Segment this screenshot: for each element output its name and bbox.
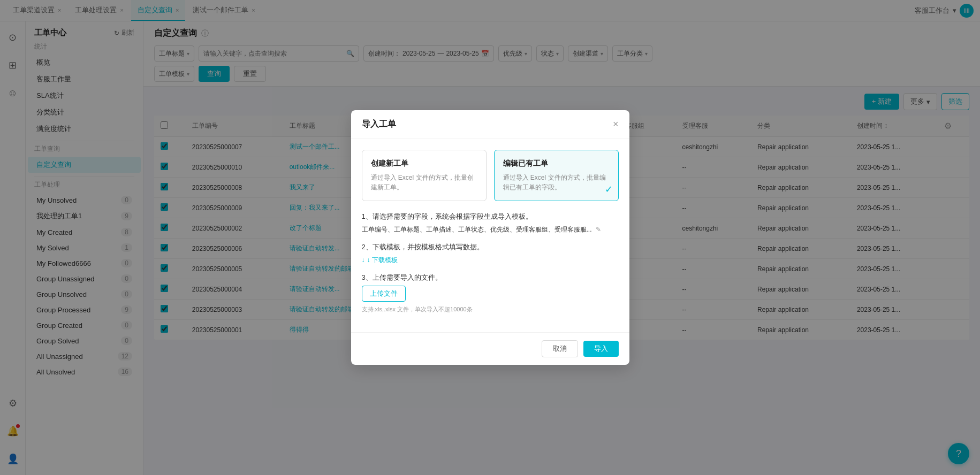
fields-text: 工单编号、工单标题、工单描述、工单状态、优先级、受理客服组、受理客服服...	[362, 226, 592, 233]
edit-existing-card[interactable]: 编辑已有工单 通过导入 Excel 文件的方式，批量编辑已有工单的字段。 ✓	[494, 150, 619, 201]
step-1-label: 1、请选择需要的字段，系统会根据字段生成导入模板。	[362, 212, 619, 221]
step-2-content: ↓ ↓ 下载模板	[362, 255, 619, 265]
step-3-label: 3、上传需要导入的文件。	[362, 273, 619, 282]
modal-overlay[interactable]: 导入工单 × 创建新工单 通过导入 Excel 文件的方式，批量创建新工单。 编…	[0, 0, 980, 475]
import-modal: 导入工单 × 创建新工单 通过导入 Excel 文件的方式，批量创建新工单。 编…	[351, 110, 629, 365]
download-icon: ↓	[362, 255, 365, 265]
step-1: 1、请选择需要的字段，系统会根据字段生成导入模板。 工单编号、工单标题、工单描述…	[362, 212, 619, 235]
create-new-desc: 通过导入 Excel 文件的方式，批量创建新工单。	[371, 173, 477, 192]
step-2-label: 2、下载模板，并按模板格式填写数据。	[362, 242, 619, 252]
edit-fields-icon[interactable]: ✎	[596, 226, 601, 233]
check-mark-icon: ✓	[605, 183, 613, 195]
edit-existing-desc: 通过导入 Excel 文件的方式，批量编辑已有工单的字段。	[503, 173, 610, 192]
modal-footer: 取消 导入	[351, 332, 629, 365]
download-template-link[interactable]: ↓ ↓ 下载模板	[362, 255, 398, 265]
step-3-content: 上传文件 支持.xls,.xlsx 文件，单次导入不超10000条	[362, 286, 619, 315]
upload-file-button[interactable]: 上传文件	[362, 286, 406, 302]
modal-body: 创建新工单 通过导入 Excel 文件的方式，批量创建新工单。 编辑已有工单 通…	[351, 139, 629, 333]
import-button[interactable]: 导入	[583, 341, 619, 357]
cancel-button[interactable]: 取消	[542, 340, 578, 357]
create-new-card[interactable]: 创建新工单 通过导入 Excel 文件的方式，批量创建新工单。	[362, 150, 487, 201]
step-1-content: 工单编号、工单标题、工单描述、工单状态、优先级、受理客服组、受理客服服... ✎	[362, 225, 619, 235]
step-3: 3、上传需要导入的文件。 上传文件 支持.xls,.xlsx 文件，单次导入不超…	[362, 273, 619, 315]
modal-close-button[interactable]: ×	[613, 119, 619, 130]
create-new-title: 创建新工单	[371, 159, 477, 168]
option-cards: 创建新工单 通过导入 Excel 文件的方式，批量创建新工单。 编辑已有工单 通…	[362, 150, 619, 201]
upload-hint: 支持.xls,.xlsx 文件，单次导入不超10000条	[362, 305, 619, 315]
modal-header: 导入工单 ×	[351, 110, 629, 139]
step-2: 2、下载模板，并按模板格式填写数据。 ↓ ↓ 下载模板	[362, 242, 619, 265]
edit-existing-title: 编辑已有工单	[503, 159, 610, 168]
modal-title: 导入工单	[362, 119, 396, 130]
